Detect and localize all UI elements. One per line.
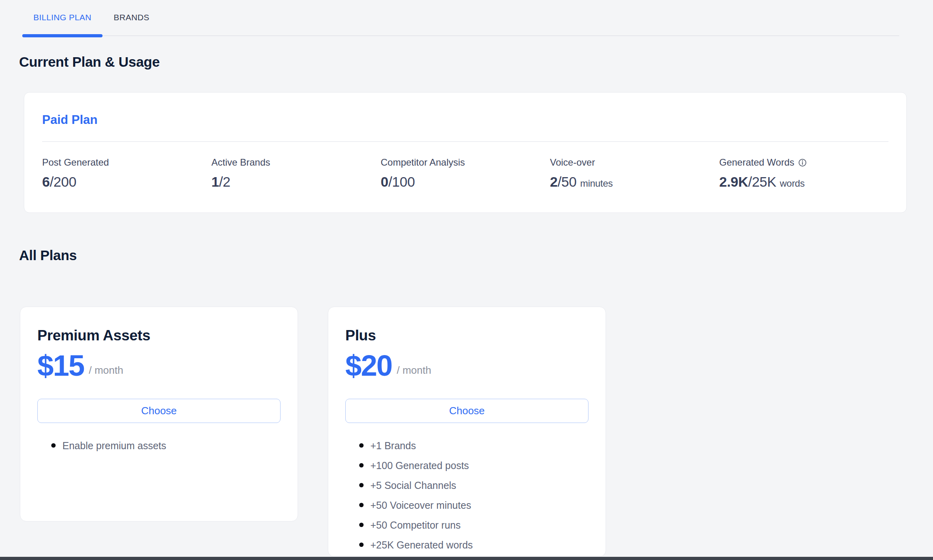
stat-generated-words: Generated Words 2.9K /25K words [719,157,888,190]
choose-plus-button[interactable]: Choose [345,399,588,423]
stat-suffix: words [780,178,805,189]
tab-billing-plan[interactable]: BILLING PLAN [22,0,103,35]
price-row: $15 / month [37,351,281,380]
feature-item: +50 Voiceover minutes [359,499,588,511]
plan-name: Plus [345,327,588,344]
bullet-dot-icon [359,443,364,448]
feature-item: Enable premium assets [51,440,281,452]
stat-value: 2.9K /25K words [719,174,888,190]
bullet-dot-icon [359,483,364,487]
stat-competitor-analysis: Competitor Analysis 0 /100 [381,157,550,190]
tab-brands[interactable]: BRANDS [103,0,161,35]
stat-used: 1 [211,174,219,190]
plan-card-plus: Plus $20 / month Choose +1 Brands+100 Ge… [328,307,606,557]
feature-label: +100 Generated posts [370,460,469,471]
stat-voice-over: Voice-over 2 /50 minutes [550,157,719,190]
plan-period: / month [397,364,431,380]
stat-used: 6 [42,174,50,190]
bullet-dot-icon [359,463,364,467]
feature-item: +1 Brands [359,440,588,452]
stat-post-generated: Post Generated 6 /200 [42,157,211,190]
feature-list: Enable premium assets [37,440,281,452]
feature-item: +100 Generated posts [359,460,588,471]
stat-limit: /50 [557,174,577,190]
current-plan-usage-title: Current Plan & Usage [19,54,933,70]
feature-label: Enable premium assets [62,440,166,452]
stat-label: Voice-over [550,157,595,168]
bullet-dot-icon [359,503,364,507]
stat-used: 2 [550,174,557,190]
current-plan-card: Paid Plan Post Generated 6 /200 Active B… [24,92,907,213]
window-bottom-edge [0,557,933,560]
feature-list: +1 Brands+100 Generated posts+5 Social C… [345,440,588,551]
stat-value: 0 /100 [381,174,550,190]
stat-limit: /100 [388,174,415,190]
usage-divider [42,141,888,142]
stat-value: 1 /2 [211,174,381,190]
price-row: $20 / month [345,351,588,380]
plan-card-premium-assets: Premium Assets $15 / month Choose Enable… [20,307,298,521]
stat-suffix: minutes [580,178,613,189]
feature-label: +25K Generated words [370,539,473,551]
feature-label: +5 Social Channels [370,479,456,491]
stat-value: 2 /50 minutes [550,174,719,190]
stat-value: 6 /200 [42,174,211,190]
tab-brands-label: BRANDS [114,13,149,22]
info-circle-icon[interactable] [798,158,807,167]
plan-price: $15 [37,351,84,380]
stat-used: 2.9K [719,174,748,190]
feature-item: +50 Competitor runs [359,519,588,531]
plan-name: Premium Assets [37,327,281,344]
feature-label: +50 Voiceover minutes [370,499,471,511]
stat-label: Post Generated [42,157,109,168]
stat-active-brands: Active Brands 1 /2 [211,157,381,190]
stat-used: 0 [381,174,388,190]
feature-label: +50 Competitor runs [370,519,461,531]
active-tab-indicator [22,34,103,37]
tabs-bar: BILLING PLAN BRANDS [22,0,899,36]
bullet-dot-icon [359,523,364,527]
all-plans-title: All Plans [19,248,933,263]
stat-limit: /2 [219,174,230,190]
plan-period: / month [89,364,123,380]
bullet-dot-icon [359,543,364,547]
stat-label: Active Brands [211,157,270,168]
usage-stats-row: Post Generated 6 /200 Active Brands 1 /2… [42,157,888,190]
stat-limit: /25K [748,174,776,190]
bullet-dot-icon [51,443,56,448]
feature-item: +5 Social Channels [359,479,588,491]
stat-label: Competitor Analysis [381,157,465,168]
paid-plan-title: Paid Plan [42,112,888,127]
stat-label: Generated Words [719,157,794,168]
tab-billing-plan-label: BILLING PLAN [33,13,91,22]
choose-premium-assets-button[interactable]: Choose [37,399,281,423]
feature-label: +1 Brands [370,440,416,452]
stat-limit: /200 [50,174,76,190]
feature-item: +25K Generated words [359,539,588,551]
plan-price: $20 [345,351,392,380]
plans-row: Premium Assets $15 / month Choose Enable… [20,307,933,557]
